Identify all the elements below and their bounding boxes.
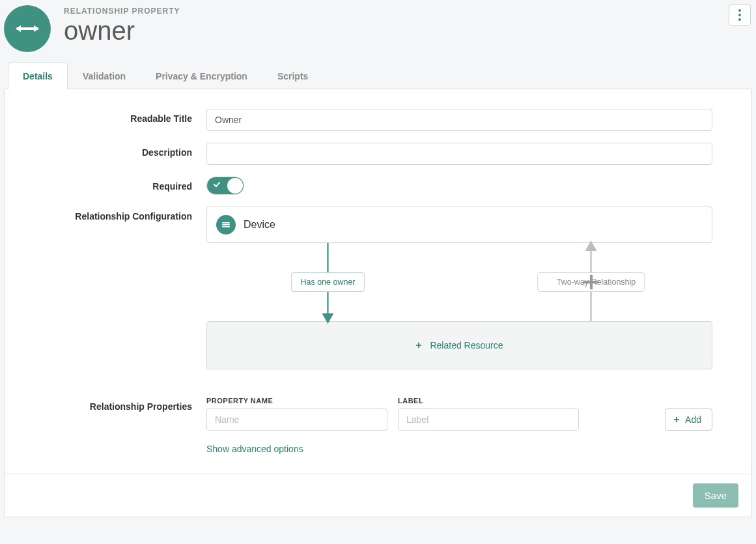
svg-marker-2 <box>34 25 39 32</box>
plus-icon <box>415 342 422 349</box>
kebab-dot-icon <box>738 9 741 12</box>
save-button[interactable]: Save <box>693 483 738 508</box>
add-property-button[interactable]: Add <box>665 408 712 431</box>
property-label-input[interactable] <box>398 408 579 431</box>
rel-props-label: Relationship Properties <box>24 397 206 412</box>
add-button-label: Add <box>685 414 701 425</box>
page-header: RELATIONSHIP PROPERTY owner <box>4 3 752 63</box>
plus-icon <box>546 279 553 285</box>
two-way-badge[interactable]: Two-way Relationship <box>537 272 645 292</box>
has-one-label: Has one owner <box>300 278 355 287</box>
check-icon <box>213 180 221 190</box>
tab-bar: Details Validation Privacy & Encryption … <box>8 63 752 89</box>
kebab-dot-icon <box>738 18 741 21</box>
toggle-knob <box>227 178 243 193</box>
tab-details[interactable]: Details <box>8 63 68 89</box>
details-card: Readable Title Description Required <box>4 89 752 517</box>
tab-scripts[interactable]: Scripts <box>262 63 323 89</box>
rel-source-name: Device <box>244 219 275 231</box>
advanced-options-link[interactable]: Show advanced options <box>206 444 303 454</box>
svg-marker-1 <box>16 25 21 32</box>
relationship-icon <box>4 5 51 52</box>
plus-icon <box>673 416 680 423</box>
description-label: Description <box>24 143 206 158</box>
description-input[interactable] <box>206 143 712 165</box>
rel-config-label: Relationship Configuration <box>24 207 206 222</box>
rel-source-box[interactable]: Device <box>206 207 712 243</box>
readable-title-input[interactable] <box>206 109 712 131</box>
col-label: LABEL <box>398 397 579 405</box>
card-footer: Save <box>5 474 751 517</box>
col-property-name: PROPERTY NAME <box>206 397 387 405</box>
resource-icon <box>216 215 236 235</box>
page-eyebrow: RELATIONSHIP PROPERTY <box>64 7 180 16</box>
required-label: Required <box>24 177 206 192</box>
related-resource-label: Related Resource <box>430 340 503 351</box>
readable-title-label: Readable Title <box>24 109 206 124</box>
property-name-input[interactable] <box>206 408 387 431</box>
page-title: owner <box>64 17 180 44</box>
more-actions-button[interactable] <box>729 4 751 26</box>
kebab-dot-icon <box>738 14 741 16</box>
tab-validation[interactable]: Validation <box>68 63 141 89</box>
has-one-badge[interactable]: Has one owner <box>291 272 364 292</box>
related-resource-button[interactable]: Related Resource <box>206 321 712 369</box>
tab-privacy-encryption[interactable]: Privacy & Encryption <box>141 63 262 89</box>
required-toggle[interactable] <box>206 177 244 195</box>
rel-connector: Has one owner Two-way Relationship <box>206 243 712 321</box>
